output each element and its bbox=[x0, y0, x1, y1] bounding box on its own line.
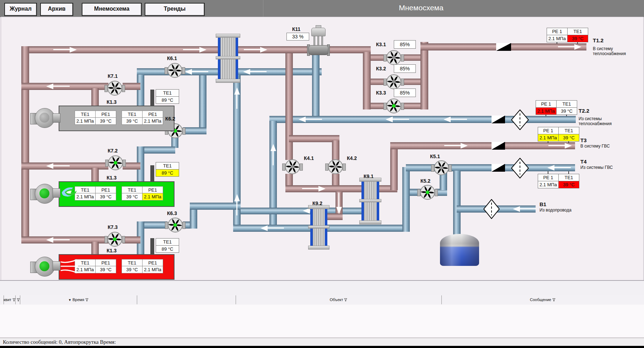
sensor-header: ТЕ1 bbox=[156, 162, 179, 170]
pipe-segment bbox=[141, 146, 175, 154]
flame-icon bbox=[61, 186, 77, 199]
stack-sensor-box: ТЕ1 89 °C bbox=[156, 162, 179, 177]
log-toolbar bbox=[0, 281, 644, 296]
hx-cap bbox=[216, 34, 240, 38]
log-table-header: квит ▼ Время Объект Сообщение bbox=[0, 295, 644, 305]
outlet-t22-sensors: РЕ 1 ТЕ1 2.1 МПа 39 °C bbox=[536, 100, 578, 114]
nav-button-mnemoscheme[interactable]: Мнемосхема bbox=[82, 3, 142, 16]
sensor-header: ТЕ1 bbox=[558, 174, 579, 181]
pipe-segment bbox=[390, 146, 398, 190]
pipe-segment bbox=[123, 83, 140, 90]
sensor-header: РЕ 1 bbox=[538, 127, 559, 134]
valve-actuator-icon[interactable] bbox=[311, 28, 326, 36]
pipe-segment bbox=[332, 140, 339, 160]
sensor-header: ТЕ1 bbox=[556, 100, 577, 108]
nav-button-trends[interactable]: Тренды bbox=[145, 3, 205, 16]
flow-arrow-left-icon bbox=[299, 117, 322, 122]
hx-cap bbox=[308, 246, 329, 250]
pump-k41[interactable] bbox=[285, 159, 300, 175]
sensor-header: РЕ1 bbox=[95, 186, 116, 194]
sensor-header: РЕ1 bbox=[142, 186, 163, 194]
pump-k71-label: К7.1 bbox=[108, 73, 118, 79]
hx-cap bbox=[308, 225, 329, 229]
sensor-header: РЕ1 bbox=[95, 259, 116, 267]
hx-cap bbox=[359, 220, 381, 224]
flow-arrow-left-icon bbox=[386, 117, 409, 122]
pump-k71[interactable] bbox=[107, 80, 123, 96]
pipe-segment bbox=[21, 46, 29, 243]
pump-k63[interactable] bbox=[167, 217, 183, 233]
sensor-value: 89 °C bbox=[156, 96, 179, 104]
pump-k72[interactable] bbox=[108, 155, 123, 171]
pipe-segment bbox=[91, 88, 99, 107]
sensor-header: ТЕ1 bbox=[567, 28, 588, 35]
control-valve-k11[interactable] bbox=[308, 45, 328, 55]
pump-k31-label: К3.1 bbox=[376, 42, 386, 47]
sensor-value: 39 °C bbox=[122, 266, 143, 273]
burner-eye-icon bbox=[39, 261, 49, 271]
sensor-header: ТЕ1 bbox=[122, 186, 143, 194]
burner-nozzle-icon bbox=[53, 188, 60, 198]
flow-arrow-left-icon bbox=[261, 225, 284, 231]
column-header-empty[interactable] bbox=[137, 295, 236, 304]
flow-arrow-right-icon bbox=[558, 44, 581, 50]
sensor-header: ТЕ1 bbox=[558, 127, 579, 134]
check-valve-icon bbox=[492, 164, 505, 172]
sensor-header: ТЕ1 bbox=[156, 238, 179, 246]
flow-arrow-left-icon bbox=[46, 237, 70, 243]
flow-arrow-right-icon bbox=[444, 143, 468, 149]
outlet-t3-label: Т3 bbox=[580, 137, 587, 143]
pump-k32-speed-value: 85% bbox=[394, 64, 416, 73]
column-header-message[interactable]: Сообщение bbox=[441, 295, 644, 304]
pipe-segment bbox=[137, 75, 144, 107]
outlet-t22-label: Т2.2 bbox=[579, 108, 589, 114]
flow-arrow-up-icon bbox=[234, 87, 240, 109]
column-header-object[interactable]: Объект bbox=[236, 295, 442, 304]
sensor-value-warning: 39 °C bbox=[558, 134, 579, 141]
pump-k31-speed-value: 85% bbox=[394, 40, 416, 49]
storage-tank bbox=[440, 234, 479, 266]
log-table-body[interactable] bbox=[0, 305, 644, 337]
status-bar: Количество сообщений: 0, Автопрокрутка В… bbox=[0, 338, 644, 346]
filter-symbol-icon bbox=[511, 158, 529, 178]
pipe-segment bbox=[453, 171, 461, 239]
sensor-header: РЕ1 bbox=[95, 111, 116, 118]
check-valve-icon bbox=[492, 142, 505, 150]
pipe-segment bbox=[141, 221, 167, 229]
pump-k73[interactable] bbox=[107, 231, 123, 247]
pipe-segment bbox=[402, 167, 410, 232]
column-header-time[interactable]: ▼ Время bbox=[20, 295, 137, 304]
sort-icon: ▼ bbox=[68, 298, 71, 302]
flow-arrow-right-icon bbox=[548, 143, 572, 149]
outlet-b1-desc: Из водопровода bbox=[540, 208, 571, 213]
burner-eye-icon bbox=[39, 113, 49, 123]
outlet-t4-label: Т4 bbox=[580, 159, 587, 165]
pump-k31[interactable] bbox=[386, 50, 402, 65]
sensor-value-alarm: 2.1 МПа bbox=[536, 107, 557, 115]
sensor-value: 2.1 МПа bbox=[142, 117, 163, 125]
pump-k61[interactable] bbox=[167, 63, 183, 78]
pump-k32[interactable] bbox=[386, 74, 402, 90]
hx-k92-label: К9.2 bbox=[312, 200, 322, 206]
sensor-value: 2.1 МПа bbox=[75, 117, 96, 125]
pump-k51-label: К5.1 bbox=[430, 154, 440, 159]
column-header-ack[interactable]: квит bbox=[4, 295, 16, 304]
column-header-flag[interactable] bbox=[15, 295, 20, 304]
sensor-header: РЕ1 bbox=[142, 259, 163, 267]
sensor-header: РЕ1 bbox=[142, 111, 163, 118]
nav-button-archive[interactable]: Архив bbox=[40, 3, 73, 16]
pump-k52[interactable] bbox=[420, 184, 435, 200]
flow-arrow-left-icon bbox=[46, 163, 70, 169]
nav-button-journal[interactable]: Журнал bbox=[4, 3, 37, 16]
burner-eye-icon bbox=[39, 188, 49, 198]
pipe-segment bbox=[91, 242, 99, 255]
sensor-value-warning: 2.1 МПа bbox=[538, 134, 559, 141]
pump-k42[interactable] bbox=[328, 159, 343, 175]
sensor-header: РЕ 1 bbox=[547, 28, 568, 35]
flow-arrow-left-icon bbox=[513, 206, 536, 212]
sensor-header: ТЕ1 bbox=[122, 259, 143, 267]
column-label: квит bbox=[4, 298, 11, 302]
pump-k51[interactable] bbox=[434, 160, 449, 176]
pump-k33[interactable] bbox=[386, 98, 402, 114]
filter-symbol-icon bbox=[483, 199, 500, 219]
